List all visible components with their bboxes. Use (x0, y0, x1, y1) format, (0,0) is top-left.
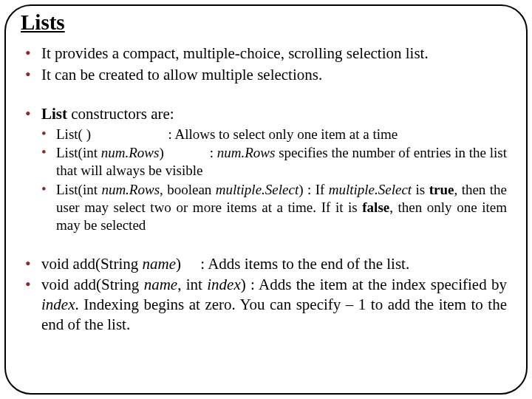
spacer (25, 236, 507, 254)
constructors-list: List constructors are: List( ) : Allows … (25, 104, 507, 235)
main-list: It provides a compact, multiple-choice, … (25, 44, 507, 85)
constructor-multiselect: List(int num.Rows, boolean multiple.Sele… (41, 181, 507, 235)
text: ) (241, 276, 246, 293)
text: , boolean (160, 182, 216, 197)
param: num.Rows (217, 145, 276, 160)
text: , int (177, 276, 207, 293)
param: multiple.Select (216, 182, 299, 197)
text-bold: false (362, 200, 389, 215)
description: : Allows to select only one item at a ti… (168, 126, 398, 142)
text: constructors are: (67, 105, 174, 123)
text: : If (304, 182, 329, 197)
bullet-multiple-selections: It can be created to allow multiple sele… (25, 65, 507, 85)
constructor-numrows: List(int num.Rows) : num.Rows specifies … (41, 144, 507, 180)
param: multiple.Select (329, 182, 412, 197)
param: name (144, 276, 178, 293)
text: is (412, 182, 429, 197)
text-bold: true (429, 182, 454, 197)
text: . Indexing begins at zero. You can speci… (41, 296, 507, 333)
signature: List( ) (56, 126, 91, 142)
text: : Adds the item at the index specified b… (246, 276, 507, 293)
constructor-sublist: List( ) : Allows to select only one item… (41, 126, 507, 235)
param: name (143, 255, 177, 273)
text: It provides a compact, multiple-choice, … (41, 44, 429, 62)
param: num.Rows (101, 182, 160, 197)
param: index (207, 276, 240, 293)
constructor-noarg: List( ) : Allows to select only one item… (41, 126, 507, 143)
slide-frame: Lists It provides a compact, multiple-ch… (4, 4, 528, 395)
text: List(int (56, 145, 101, 160)
method-add-name: void add(String name) : Adds items to th… (25, 254, 507, 274)
param: index (41, 296, 75, 313)
methods-list: void add(String name) : Adds items to th… (25, 254, 507, 335)
bullet-compact-list: It provides a compact, multiple-choice, … (25, 44, 507, 64)
text: ) (176, 255, 181, 273)
text: void add(String (41, 255, 143, 273)
spacer (25, 86, 507, 104)
text: void add(String (41, 276, 144, 293)
text: ) (159, 145, 163, 160)
text-bold: List (41, 105, 67, 123)
bullet-constructors: List constructors are: List( ) : Allows … (25, 104, 507, 235)
text: List(int (56, 182, 101, 197)
slide-title: Lists (21, 10, 507, 35)
text: It can be created to allow multiple sele… (41, 66, 322, 83)
text: : (210, 145, 217, 160)
method-add-name-index: void add(String name, int index) : Adds … (25, 275, 507, 335)
param: num.Rows (101, 145, 160, 160)
description: : Adds items to the end of the list. (200, 255, 409, 273)
